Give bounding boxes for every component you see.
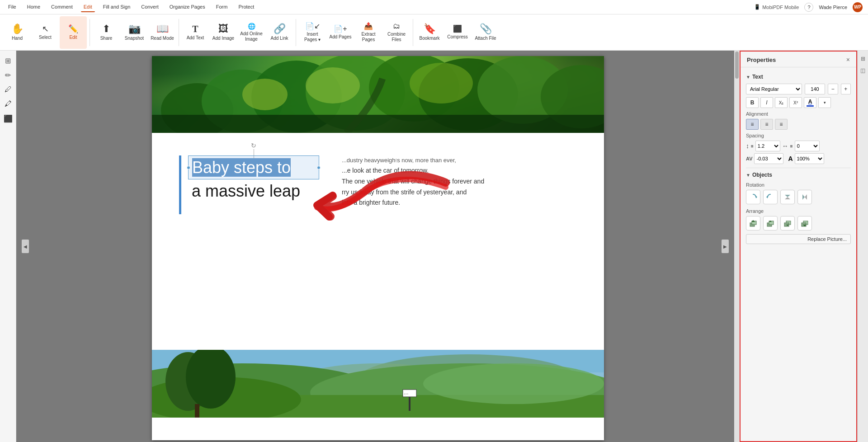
nav-arrow-left[interactable]: ◀ [22,240,29,253]
compress-icon: ⬛ [453,25,462,33]
subscript-button[interactable]: X₂ [775,97,788,108]
attach-file-icon: 📎 [480,24,492,34]
text-color-button[interactable]: A [804,97,816,108]
bring-to-front-icon [749,219,757,227]
superscript-button[interactable]: X² [789,97,802,108]
help-button[interactable]: ? [804,3,813,12]
alignment-label: Alignment [746,111,768,117]
add-image-button[interactable]: 🖼 Add Image [210,16,237,49]
char-spacing-select[interactable]: -0.03 0 0.05 [754,153,783,164]
font-size-decrease-button[interactable]: − [828,84,838,94]
menu-comment[interactable]: Comment [48,2,75,12]
flip-horizontal-button[interactable] [797,190,812,204]
insert-pages-button[interactable]: 📄↙ Insert Pages ▾ [299,16,326,49]
text-section-header[interactable]: ▼ Text [746,74,851,80]
font-family-select[interactable]: Arial Regular Arial Bold Times New Roman [746,84,802,94]
sidebar-annotations-icon[interactable]: ✏ [2,69,14,81]
menu-form[interactable]: Form [213,2,231,12]
left-sidebar: ⊞ ✏ 🖊 🖍 ⬛ [0,51,16,442]
svg-marker-32 [805,194,807,200]
combine-button[interactable]: 🗂 Combine Files [383,16,410,49]
menu-protect[interactable]: Protect [236,2,257,12]
selection-handle-right[interactable] [317,166,321,169]
hand-icon: ✋ [11,24,24,34]
edit-tool-button[interactable]: ✏️ Edit [60,16,87,49]
compress-button[interactable]: ⬛ Compress [444,16,471,49]
menu-bar[interactable]: File Home Comment Edit Fill and Sign Con… [5,2,257,12]
bookmark-icon: 🔖 [424,24,436,34]
sidebar-stamp-icon[interactable]: ⬛ [2,112,14,125]
send-backward-button[interactable] [780,216,795,230]
add-online-image-button[interactable]: 🌐 Add Online Image [238,16,265,49]
attach-file-button[interactable]: 📎 Attach File [472,16,499,49]
svg-point-8 [242,79,288,110]
selection-handle-left[interactable] [187,166,190,169]
line-spacing-row: ↕ ≡ 1.2 1.0 1.5 2.0 ↔ ≡ 0 1 2 [746,141,851,151]
panel-close-button[interactable]: × [846,56,850,63]
heading-text[interactable]: Baby steps to [192,158,315,177]
panel-body: ▼ Text Arial Regular Arial Bold Times Ne… [741,67,856,441]
add-text-button[interactable]: T Add Text [182,16,209,49]
send-to-back-button[interactable] [797,216,812,230]
line-spacing-icon: ↕ [746,142,749,150]
menu-organize[interactable]: Organize Pages [167,2,208,12]
mobile-pdf-label: 📱 MobiPDF Mobile [754,4,799,10]
hand-tool-button[interactable]: ✋ Hand [4,16,31,49]
forest-image [152,56,604,133]
nav-arrow-right[interactable]: ▶ [722,240,729,253]
add-pages-button[interactable]: 📄+ Add Pages [327,16,354,49]
select-tool-button[interactable]: ↖ Select [32,16,59,49]
replace-picture-button[interactable]: Replace Picture... [746,234,851,244]
add-link-button[interactable]: 🔗 Add Link [266,16,293,49]
menu-fill-sign[interactable]: Fill and Sign [100,2,133,12]
title-bar-right: 📱 MobiPDF Mobile ? Wade Pierce WP [754,2,863,12]
svg-text:↕↔: ↕↔ [404,392,409,395]
edge-icon-1[interactable]: ⊞ [859,54,868,63]
font-size-input[interactable] [805,84,825,94]
menu-file[interactable]: File [5,2,19,12]
menu-edit[interactable]: Edit [81,2,95,12]
toolbar-separator-3 [296,19,296,46]
font-size-increase-button[interactable]: + [841,84,851,94]
sidebar-pen-icon[interactable]: 🖊 [2,83,14,96]
bring-to-front-button[interactable] [746,216,760,230]
rotate-ccw-button[interactable] [763,190,778,204]
select-icon: ↖ [42,25,49,33]
align-center-button[interactable]: ≡ [760,119,773,130]
align-right-button[interactable]: ≡ [775,119,788,130]
font-row: Arial Regular Arial Bold Times New Roman… [746,84,851,94]
share-button[interactable]: ⬆ Share [93,16,120,49]
add-text-icon: T [192,24,198,33]
text-scale-select[interactable]: 100% 75% 125% [795,153,824,164]
menu-convert[interactable]: Convert [138,2,161,12]
color-dropdown-button[interactable]: ▾ [818,97,831,108]
read-mode-button[interactable]: 📖 Read Mode [149,16,176,49]
objects-section-header[interactable]: ▼ Objects [746,172,851,178]
bold-button[interactable]: B [746,97,759,108]
heading-line2: a massive leap [188,179,319,202]
read-mode-icon: 📖 [156,24,169,34]
svg-marker-29 [785,195,790,197]
text-selection-box[interactable]: ↻ Baby steps to a massive leap [188,155,319,202]
flip-vertical-button[interactable] [780,190,795,204]
landscape-image: ↕↔ [152,350,604,418]
scroll-thumb[interactable] [735,52,739,79]
spacing-label: Spacing [746,133,764,138]
bring-forward-button[interactable] [763,216,778,230]
menu-home[interactable]: Home [24,2,43,12]
snapshot-button[interactable]: 📷 Snapshot [121,16,148,49]
bookmark-button[interactable]: 🔖 Bookmark [416,16,443,49]
italic-button[interactable]: I [760,97,773,108]
rotate-cw-button[interactable] [746,190,760,204]
vertical-scrollbar[interactable] [734,51,740,442]
edge-icon-2[interactable]: ◫ [859,66,868,75]
align-left-button[interactable]: ≡ [746,119,759,130]
right-edge-panel: ⊞ ◫ [857,51,868,442]
selected-text-content[interactable]: Baby steps to [188,155,319,179]
sidebar-highlight-icon[interactable]: 🖍 [2,98,14,110]
line-spacing-select[interactable]: 1.2 1.0 1.5 2.0 [755,141,780,151]
sidebar-pages-icon[interactable]: ⊞ [2,54,14,67]
content-area: ↻ Baby steps to a massive leap ...dustr [152,133,604,341]
word-spacing-select[interactable]: 0 1 2 [795,141,820,151]
extract-button[interactable]: 📤 Extract Pages [355,16,382,49]
